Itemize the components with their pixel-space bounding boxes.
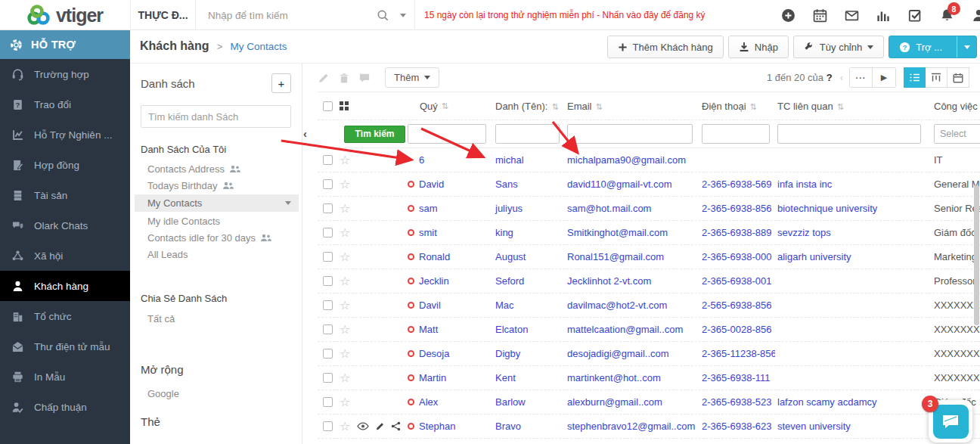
search-scope-caret-icon[interactable] xyxy=(400,14,406,17)
column-header-job[interactable]: Công việc c xyxy=(926,101,980,112)
table-search-button[interactable]: Tìm kiếm xyxy=(344,126,405,143)
select-all-checkbox[interactable] xyxy=(323,101,333,111)
contact-firstname-link[interactable]: Stephan xyxy=(419,421,455,432)
app-menu-label[interactable]: THỰC Đ... xyxy=(130,0,195,30)
sidebar-item-approvals[interactable]: Chấp thuận xyxy=(0,392,130,422)
sort-icon[interactable]: ⇅ xyxy=(442,101,448,111)
sort-icon[interactable]: ⇅ xyxy=(837,102,844,111)
help-button[interactable]: ? Trợ ... xyxy=(889,36,977,58)
contact-firstname-link[interactable]: David xyxy=(419,179,444,190)
contact-firstname-link[interactable]: Jecklin xyxy=(419,275,449,287)
sidebar-item-cases[interactable]: Trường hợp xyxy=(0,59,130,89)
contact-lastname-link[interactable]: juliyus xyxy=(495,203,523,214)
contact-email-link[interactable]: martinkent@hot..com xyxy=(567,372,661,383)
row-checkbox[interactable] xyxy=(323,252,333,262)
edit-pencil-icon[interactable] xyxy=(375,421,385,431)
contact-lastname-link[interactable]: king xyxy=(495,227,513,238)
chat-launcher-button[interactable] xyxy=(933,405,969,439)
import-button[interactable]: Nhập xyxy=(728,36,789,58)
contact-email-link[interactable]: sam@hot.mail.com xyxy=(567,203,651,214)
contact-firstname-link[interactable]: smit xyxy=(419,227,437,238)
column-header-quy[interactable]: Quý⇅ xyxy=(405,101,493,112)
contact-email-link[interactable]: Ronal151@gmail.com xyxy=(567,251,664,262)
breadcrumb-view[interactable]: My Contacts xyxy=(231,41,287,52)
list-view-button[interactable] xyxy=(904,67,926,88)
sidebar-item-contacts[interactable]: Khách hàng xyxy=(0,271,130,301)
sort-icon[interactable]: ⇅ xyxy=(750,102,757,111)
sidebar-item-support-insights[interactable]: Hỗ Trợ Nghiên ... xyxy=(0,120,130,150)
row-checkbox[interactable] xyxy=(323,203,333,213)
table-row[interactable]: ☆ Martin Kent martinkent@hot..com 2-365-… xyxy=(318,366,980,390)
table-row[interactable]: ☆ Desoja Digby desojadigi@gmail..com 2-3… xyxy=(318,342,980,366)
customize-button[interactable]: Tùy chỉnh xyxy=(793,36,884,58)
related-org-link[interactable]: biotechnique university xyxy=(777,203,877,214)
table-row[interactable]: ☆ Stephan Bravo stephenbravo12@gmail..co… xyxy=(318,415,980,439)
tasks-icon[interactable] xyxy=(907,8,923,23)
kanban-view-button[interactable] xyxy=(926,67,947,88)
delete-icon[interactable] xyxy=(338,72,350,84)
contact-lastname-link[interactable]: Seford xyxy=(495,275,524,287)
column-header-related-org[interactable]: TC liên quan⇅ xyxy=(775,101,926,112)
contact-email-link[interactable]: david110@gmail-vt.com xyxy=(567,179,672,190)
comment-icon[interactable] xyxy=(358,72,371,84)
contact-email-link[interactable]: alexburn@gmail..com xyxy=(567,396,662,408)
list-search-input[interactable] xyxy=(141,105,291,128)
sidebar-item-assets[interactable]: Tài sản xyxy=(0,180,130,210)
contact-email-link[interactable]: davilmac@hot2-vt.com xyxy=(567,300,667,311)
contact-email-link[interactable]: mattelcaation@gmail..com xyxy=(567,324,683,335)
star-icon[interactable]: ☆ xyxy=(340,372,350,384)
sort-icon[interactable]: ⇅ xyxy=(551,102,558,111)
contact-email-link[interactable]: desojadigi@gmail..com xyxy=(567,348,669,359)
table-row[interactable]: ☆ Jecklin Seford Jecklinhot 2-vt.com 2-3… xyxy=(318,269,980,293)
chat-unread-badge[interactable]: 3 xyxy=(922,396,938,412)
contact-phone-link[interactable]: 2-365-6938-000 xyxy=(702,251,772,262)
contact-email-link[interactable]: Smitkinghot@mail.com xyxy=(567,227,668,238)
table-row[interactable]: ☆ Davil Mac davilmac@hot2-vt.com 2-565-6… xyxy=(318,293,980,318)
contact-firstname-link[interactable]: sam xyxy=(419,203,438,214)
column-header-email[interactable]: Email⇅ xyxy=(565,101,699,112)
star-icon[interactable]: ☆ xyxy=(340,348,350,360)
contact-lastname-link[interactable]: August xyxy=(495,251,526,262)
contact-email-link[interactable]: michalpama90@gmail.com xyxy=(567,154,686,166)
table-row[interactable]: ☆ sam juliyus sam@hot.mail.com 2-365-693… xyxy=(318,197,980,221)
table-row[interactable]: ☆ Matt Elcaton mattelcaation@gmail..com … xyxy=(318,318,980,342)
related-org-link[interactable]: infa insta inc xyxy=(777,179,832,190)
filter-phone-input[interactable] xyxy=(702,124,770,144)
related-org-link[interactable]: sevzziz tops xyxy=(777,227,831,238)
share-icon[interactable] xyxy=(391,421,401,431)
contact-lastname-link[interactable]: Bravo xyxy=(495,421,521,432)
vtiger-logo[interactable]: vtiger xyxy=(0,0,130,30)
global-search-input[interactable] xyxy=(208,10,374,21)
preview-eye-icon[interactable] xyxy=(357,421,369,431)
help-caret[interactable] xyxy=(957,36,976,57)
row-checkbox[interactable] xyxy=(323,276,333,286)
calendar-icon[interactable] xyxy=(812,8,827,23)
trial-notice[interactable]: 15 ngày còn lại trong thử nghiệm miễn ph… xyxy=(414,0,762,30)
table-row[interactable]: ☆ smit king Smitkinghot@mail.com 2-365-6… xyxy=(318,221,980,245)
calendar-view-button[interactable] xyxy=(947,67,969,88)
sidebar-header-support[interactable]: HỖ TRỢ xyxy=(0,30,130,59)
prev-page-chevron[interactable]: ‹ xyxy=(840,72,843,83)
vertical-scrollbar[interactable] xyxy=(974,185,979,325)
star-icon[interactable]: ☆ xyxy=(340,324,350,336)
sidebar-item-contracts[interactable]: Hợp đồng xyxy=(0,150,130,180)
filter-email-input[interactable] xyxy=(567,124,693,144)
chevron-down-icon[interactable] xyxy=(285,201,291,205)
contact-phone-link[interactable]: 2-365-6938-523 xyxy=(702,396,772,408)
user-avatar-icon[interactable] xyxy=(971,8,980,23)
list-item-contacts-idle-30[interactable]: Contacts idle for 30 days xyxy=(141,229,291,246)
related-org-link[interactable]: aligarh university xyxy=(777,251,851,262)
row-checkbox[interactable] xyxy=(323,397,333,407)
row-checkbox[interactable] xyxy=(323,300,333,310)
filter-job-select[interactable]: Select xyxy=(934,124,980,144)
sidebar-item-email-templates[interactable]: Thư điện tử mẫu xyxy=(0,331,130,362)
sidebar-item-olark-chats[interactable]: Olark Chats xyxy=(0,210,130,241)
row-checkbox[interactable] xyxy=(323,179,333,189)
contact-lastname-link[interactable]: Elcaton xyxy=(495,324,528,335)
filter-related-org-input[interactable] xyxy=(777,124,921,144)
list-item-todays-birthday[interactable]: Todays Birthday xyxy=(141,177,291,194)
filter-ten-input[interactable] xyxy=(495,124,560,144)
list-item-my-idle-contacts[interactable]: My idle Contacts xyxy=(141,213,291,229)
table-row[interactable]: ☆ Ronald August Ronal151@gmail.com 2-365… xyxy=(318,245,980,269)
contact-phone-link[interactable]: 2-365-11238-856 xyxy=(702,348,775,359)
